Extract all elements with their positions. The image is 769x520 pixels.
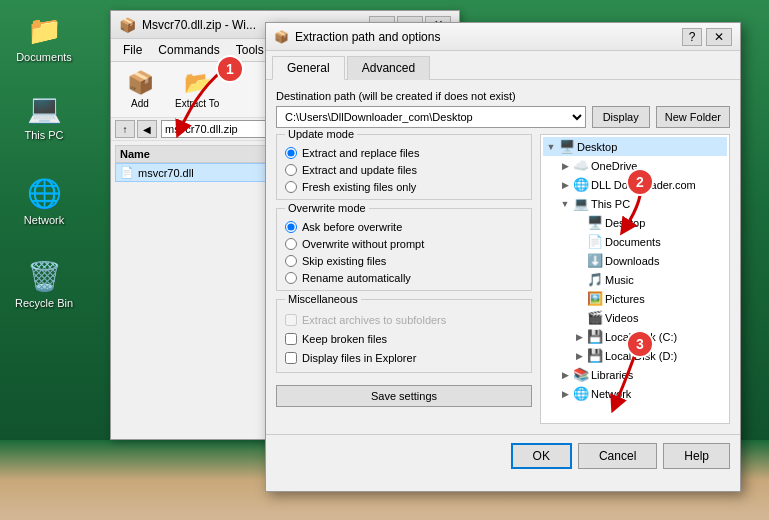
- radio-ask-before-input[interactable]: [285, 221, 297, 233]
- cancel-button[interactable]: Cancel: [578, 443, 657, 469]
- update-mode-label: Update mode: [285, 128, 357, 140]
- expander-music: [573, 274, 585, 286]
- recycle-label: Recycle Bin: [15, 297, 73, 309]
- help-button[interactable]: Help: [663, 443, 730, 469]
- expander-thispc: ▼: [559, 198, 571, 210]
- expander-onedrive: ▶: [559, 160, 571, 172]
- winrar-app-icon: 📦: [119, 17, 136, 33]
- misc-label: Miscellaneous: [285, 293, 361, 305]
- tree-item-music[interactable]: 🎵 Music: [571, 270, 727, 289]
- radio-extract-replace-input[interactable]: [285, 147, 297, 159]
- radio-ask-before[interactable]: Ask before overwrite: [285, 221, 523, 233]
- tree-item-dll-downloader[interactable]: ▶ 🌐 DLL Downloader.com: [557, 175, 727, 194]
- tree-item-downloads[interactable]: ⬇️ Downloads: [571, 251, 727, 270]
- check-display-explorer-input[interactable]: [285, 352, 297, 364]
- update-mode-group: Update mode Extract and replace files Ex…: [276, 134, 532, 200]
- icon-local-c: 💾: [587, 329, 603, 344]
- tree-item-pictures[interactable]: 🖼️ Pictures: [571, 289, 727, 308]
- menu-file[interactable]: File: [115, 41, 150, 59]
- dialog-title-left: 📦 Extraction path and options: [274, 30, 440, 44]
- file-name: msvcr70.dll: [138, 167, 194, 179]
- tree-item-local-d[interactable]: ▶ 💾 Local Disk (D:): [571, 346, 727, 365]
- expander-videos: [573, 312, 585, 324]
- label-music: Music: [605, 274, 634, 286]
- dialog-help-button[interactable]: ?: [682, 28, 702, 46]
- check-extract-subfolders-label: Extract archives to subfolders: [302, 314, 446, 326]
- toolbar-extract-button[interactable]: 📂 Extract To: [167, 66, 227, 113]
- display-button[interactable]: Display: [592, 106, 650, 128]
- icon-dll-downloader: 🌐: [573, 177, 589, 192]
- icon-videos: 🎬: [587, 310, 603, 325]
- tree-item-network[interactable]: ▶ 🌐 Network: [557, 384, 727, 403]
- nav-back-button[interactable]: ◀: [137, 120, 157, 138]
- overwrite-mode-label: Overwrite mode: [285, 202, 369, 214]
- tree-item-videos[interactable]: 🎬 Videos: [571, 308, 727, 327]
- tree-item-thispc[interactable]: ▼ 💻 This PC: [557, 194, 727, 213]
- radio-without-prompt-input[interactable]: [285, 238, 297, 250]
- radio-extract-update-label: Extract and update files: [302, 164, 417, 176]
- overwrite-mode-options: Ask before overwrite Overwrite without p…: [285, 221, 523, 284]
- radio-extract-update-input[interactable]: [285, 164, 297, 176]
- desktop-icon-thispc[interactable]: 💻 This PC: [14, 90, 74, 141]
- desktop-icon-network[interactable]: 🌐 Network: [14, 175, 74, 226]
- archive-name: msvcr70.dll.zip: [165, 123, 238, 135]
- icon-local-d: 💾: [587, 348, 603, 363]
- dialog-content: Destination path (will be created if doe…: [266, 79, 740, 434]
- left-column: Update mode Extract and replace files Ex…: [276, 134, 532, 424]
- tree-item-desktop-sub[interactable]: 🖥️ Desktop: [571, 213, 727, 232]
- check-extract-subfolders[interactable]: Extract archives to subfolders: [285, 312, 523, 328]
- radio-fresh-only[interactable]: Fresh existing files only: [285, 181, 523, 193]
- add-icon: 📦: [127, 70, 154, 96]
- check-display-explorer[interactable]: Display files in Explorer: [285, 350, 523, 366]
- dest-path-label: Destination path (will be created if doe…: [276, 90, 730, 102]
- extract-icon: 📂: [184, 70, 211, 96]
- ok-button[interactable]: OK: [511, 443, 572, 469]
- radio-rename-auto-input[interactable]: [285, 272, 297, 284]
- save-settings-button[interactable]: Save settings: [276, 385, 532, 407]
- label-libraries: Libraries: [591, 369, 633, 381]
- tree-item-onedrive[interactable]: ▶ ☁️ OneDrive: [557, 156, 727, 175]
- tree-item-documents[interactable]: 📄 Documents: [571, 232, 727, 251]
- desktop: 📁 Documents 💻 This PC 🌐 Network 🗑️ Recyc…: [0, 0, 769, 520]
- tree-item-libraries[interactable]: ▶ 📚 Libraries: [557, 365, 727, 384]
- file-icon: 📄: [120, 166, 134, 179]
- winrar-title-left: 📦 Msvcr70.dll.zip - Wi...: [119, 17, 256, 33]
- dialog-close-button[interactable]: ✕: [706, 28, 732, 46]
- tab-advanced[interactable]: Advanced: [347, 56, 430, 80]
- tab-general[interactable]: General: [272, 56, 345, 80]
- desktop-icon-recycle[interactable]: 🗑️ Recycle Bin: [14, 258, 74, 309]
- toolbar-add-button[interactable]: 📦 Add: [115, 66, 165, 113]
- new-folder-button[interactable]: New Folder: [656, 106, 730, 128]
- tree-item-local-c[interactable]: ▶ 💾 Local Disk (C:): [571, 327, 727, 346]
- label-local-d: Local Disk (D:): [605, 350, 677, 362]
- label-desktop-sub: Desktop: [605, 217, 645, 229]
- misc-group: Miscellaneous Extract archives to subfol…: [276, 299, 532, 373]
- expander-downloads: [573, 255, 585, 267]
- nav-up-button[interactable]: ↑: [115, 120, 135, 138]
- check-keep-broken[interactable]: Keep broken files: [285, 331, 523, 347]
- radio-fresh-only-input[interactable]: [285, 181, 297, 193]
- radio-extract-replace[interactable]: Extract and replace files: [285, 147, 523, 159]
- desktop-icon-documents[interactable]: 📁 Documents: [14, 12, 74, 63]
- radio-skip-existing-input[interactable]: [285, 255, 297, 267]
- radio-skip-existing[interactable]: Skip existing files: [285, 255, 523, 267]
- radio-extract-update[interactable]: Extract and update files: [285, 164, 523, 176]
- expander-desktop-root: ▼: [545, 141, 557, 153]
- radio-without-prompt[interactable]: Overwrite without prompt: [285, 238, 523, 250]
- dest-path-wrapper: C:\Users\DllDownloader_com\Desktop: [276, 106, 586, 128]
- tree-item-desktop-root[interactable]: ▼ 🖥️ Desktop: [543, 137, 727, 156]
- expander-local-c: ▶: [573, 331, 585, 343]
- label-videos: Videos: [605, 312, 638, 324]
- label-documents: Documents: [605, 236, 661, 248]
- dialog-app-icon: 📦: [274, 30, 289, 44]
- menu-commands[interactable]: Commands: [150, 41, 227, 59]
- dest-path-select[interactable]: C:\Users\DllDownloader_com\Desktop: [276, 106, 586, 128]
- radio-rename-auto[interactable]: Rename automatically: [285, 272, 523, 284]
- check-keep-broken-input[interactable]: [285, 333, 297, 345]
- radio-without-prompt-label: Overwrite without prompt: [302, 238, 424, 250]
- check-keep-broken-label: Keep broken files: [302, 333, 387, 345]
- check-extract-subfolders-input[interactable]: [285, 314, 297, 326]
- icon-desktop-root: 🖥️: [559, 139, 575, 154]
- label-thispc: This PC: [591, 198, 630, 210]
- label-network: Network: [591, 388, 631, 400]
